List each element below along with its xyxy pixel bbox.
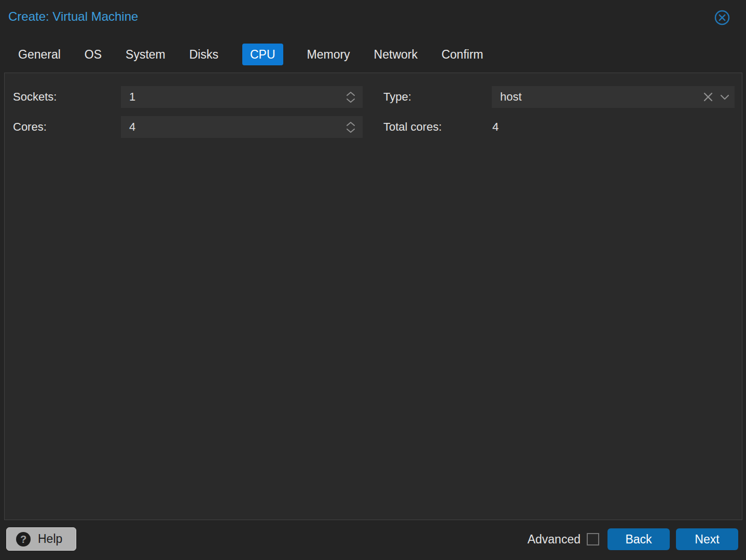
tab-general[interactable]: General xyxy=(18,44,61,65)
wizard-tabbar: General OS System Disks CPU Memory Netwo… xyxy=(18,44,483,65)
sockets-spinner xyxy=(344,86,357,108)
advanced-label: Advanced xyxy=(528,533,581,547)
chevron-up-icon xyxy=(346,121,355,127)
sockets-input[interactable] xyxy=(121,86,363,108)
page-title: Create: Virtual Machine xyxy=(8,9,138,24)
tab-confirm[interactable]: Confirm xyxy=(441,44,483,65)
chevron-down-icon xyxy=(720,94,729,100)
close-icon xyxy=(714,9,730,26)
type-dropdown-trigger[interactable] xyxy=(720,94,729,100)
chevron-down-icon xyxy=(346,128,355,133)
type-combo-icons xyxy=(703,86,729,108)
tab-network[interactable]: Network xyxy=(374,44,418,65)
help-button-label: Help xyxy=(38,532,62,546)
next-button[interactable]: Next xyxy=(676,528,738,550)
type-label: Type: xyxy=(383,86,411,108)
chevron-down-icon xyxy=(346,98,355,103)
advanced-checkbox[interactable] xyxy=(587,533,599,545)
type-combobox xyxy=(492,86,735,108)
chevron-up-icon xyxy=(346,91,355,96)
sockets-spinner-up-button[interactable] xyxy=(346,91,355,96)
footer-actions: Advanced Back Next xyxy=(528,528,738,550)
back-button[interactable]: Back xyxy=(607,528,670,550)
cores-spinner-down-button[interactable] xyxy=(346,128,355,133)
tab-disks[interactable]: Disks xyxy=(189,44,218,65)
cores-spinner xyxy=(344,116,357,138)
type-input[interactable] xyxy=(492,86,735,108)
tab-cpu[interactable]: CPU xyxy=(242,44,283,65)
type-clear-button[interactable] xyxy=(703,92,713,102)
help-button[interactable]: ? Help xyxy=(6,527,76,551)
cores-field xyxy=(121,116,363,138)
total-cores-value: 4 xyxy=(492,116,499,138)
help-icon: ? xyxy=(16,532,31,547)
sockets-spinner-down-button[interactable] xyxy=(346,98,355,103)
sockets-label: Sockets: xyxy=(13,86,57,108)
cores-label: Cores: xyxy=(13,116,47,138)
clear-x-icon xyxy=(703,92,713,102)
tab-system[interactable]: System xyxy=(126,44,165,65)
cores-spinner-up-button[interactable] xyxy=(346,121,355,127)
total-cores-label: Total cores: xyxy=(383,116,442,138)
cores-input[interactable] xyxy=(121,116,363,138)
cpu-settings-panel: Sockets: Type: xyxy=(4,73,742,520)
sockets-field xyxy=(121,86,363,108)
tab-os[interactable]: OS xyxy=(85,44,102,65)
tab-memory[interactable]: Memory xyxy=(307,44,350,65)
close-button[interactable] xyxy=(714,9,730,26)
